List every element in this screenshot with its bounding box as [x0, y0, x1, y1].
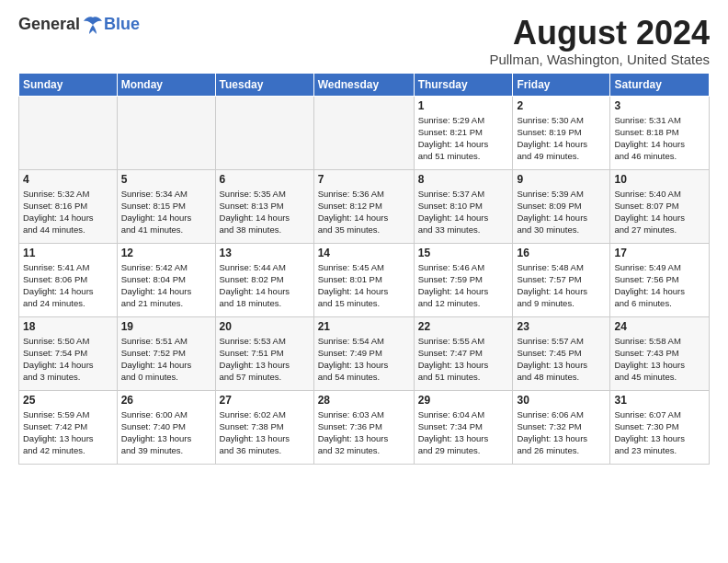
day-number: 14 — [318, 247, 410, 259]
day-cell-14: 14Sunrise: 5:45 AM Sunset: 8:01 PM Dayli… — [313, 243, 414, 316]
day-cell-1: 1Sunrise: 5:29 AM Sunset: 8:21 PM Daylig… — [414, 96, 513, 169]
day-number: 26 — [121, 394, 211, 407]
day-number: 8 — [418, 173, 509, 186]
day-cell-13: 13Sunrise: 5:44 AM Sunset: 8:02 PM Dayli… — [215, 243, 313, 316]
calendar-container: General Blue August 2024 Pullman, Washin… — [0, 0, 728, 474]
day-number: 11 — [23, 247, 113, 259]
day-number: 28 — [318, 394, 410, 407]
day-info: Sunrise: 5:49 AM Sunset: 7:56 PM Dayligh… — [614, 261, 705, 310]
day-header-wednesday: Wednesday — [313, 73, 414, 96]
day-info: Sunrise: 5:53 AM Sunset: 7:51 PM Dayligh… — [220, 335, 310, 384]
day-cell-18: 18Sunrise: 5:50 AM Sunset: 7:54 PM Dayli… — [19, 316, 118, 390]
day-info: Sunrise: 5:46 AM Sunset: 7:59 PM Dayligh… — [418, 261, 509, 310]
empty-cell — [117, 96, 215, 169]
day-number: 1 — [418, 99, 509, 112]
day-info: Sunrise: 5:54 AM Sunset: 7:49 PM Dayligh… — [318, 335, 410, 384]
day-info: Sunrise: 5:58 AM Sunset: 7:43 PM Dayligh… — [614, 335, 705, 384]
day-info: Sunrise: 5:48 AM Sunset: 7:57 PM Dayligh… — [517, 261, 606, 310]
day-info: Sunrise: 5:55 AM Sunset: 7:47 PM Dayligh… — [418, 335, 509, 384]
day-info: Sunrise: 5:59 AM Sunset: 7:42 PM Dayligh… — [23, 408, 113, 457]
day-header-sunday: Sunday — [19, 73, 118, 96]
logo-blue: Blue — [104, 15, 140, 34]
day-cell-24: 24Sunrise: 5:58 AM Sunset: 7:43 PM Dayli… — [610, 316, 710, 390]
day-number: 12 — [121, 247, 211, 259]
day-header-saturday: Saturday — [610, 73, 710, 96]
logo-general: General — [18, 15, 80, 34]
day-header-tuesday: Tuesday — [215, 73, 313, 96]
day-info: Sunrise: 5:29 AM Sunset: 8:21 PM Dayligh… — [418, 114, 509, 163]
day-number: 22 — [418, 320, 509, 333]
day-cell-20: 20Sunrise: 5:53 AM Sunset: 7:51 PM Dayli… — [215, 316, 313, 390]
day-header-thursday: Thursday — [414, 73, 513, 96]
day-info: Sunrise: 5:44 AM Sunset: 8:02 PM Dayligh… — [220, 261, 310, 310]
day-info: Sunrise: 5:34 AM Sunset: 8:15 PM Dayligh… — [121, 188, 211, 236]
day-header-monday: Monday — [117, 73, 215, 96]
day-info: Sunrise: 6:03 AM Sunset: 7:36 PM Dayligh… — [318, 408, 410, 457]
day-info: Sunrise: 5:30 AM Sunset: 8:19 PM Dayligh… — [517, 114, 606, 163]
day-number: 30 — [517, 394, 606, 407]
day-cell-25: 25Sunrise: 5:59 AM Sunset: 7:42 PM Dayli… — [19, 390, 118, 464]
day-number: 16 — [517, 247, 606, 259]
day-number: 27 — [220, 394, 310, 407]
logo: General Blue — [18, 15, 140, 34]
day-cell-6: 6Sunrise: 5:35 AM Sunset: 8:13 PM Daylig… — [215, 169, 313, 243]
day-info: Sunrise: 6:04 AM Sunset: 7:34 PM Dayligh… — [418, 408, 509, 457]
day-cell-5: 5Sunrise: 5:34 AM Sunset: 8:15 PM Daylig… — [117, 169, 215, 243]
day-cell-11: 11Sunrise: 5:41 AM Sunset: 8:06 PM Dayli… — [19, 243, 118, 316]
day-cell-8: 8Sunrise: 5:37 AM Sunset: 8:10 PM Daylig… — [414, 169, 513, 243]
day-info: Sunrise: 5:42 AM Sunset: 8:04 PM Dayligh… — [121, 261, 211, 310]
day-number: 21 — [318, 320, 410, 333]
day-number: 24 — [614, 320, 705, 333]
day-cell-23: 23Sunrise: 5:57 AM Sunset: 7:45 PM Dayli… — [513, 316, 610, 390]
day-info: Sunrise: 5:32 AM Sunset: 8:16 PM Dayligh… — [23, 188, 113, 236]
logo-bird-icon — [82, 16, 104, 34]
day-number: 2 — [517, 99, 606, 112]
day-cell-21: 21Sunrise: 5:54 AM Sunset: 7:49 PM Dayli… — [313, 316, 414, 390]
empty-cell — [19, 96, 118, 169]
day-info: Sunrise: 5:41 AM Sunset: 8:06 PM Dayligh… — [23, 261, 113, 310]
day-info: Sunrise: 5:57 AM Sunset: 7:45 PM Dayligh… — [517, 335, 606, 384]
title-area: August 2024 Pullman, Washington, United … — [489, 15, 710, 67]
day-info: Sunrise: 5:51 AM Sunset: 7:52 PM Dayligh… — [121, 335, 211, 384]
day-number: 13 — [220, 247, 310, 259]
day-number: 9 — [517, 173, 606, 186]
week-row-2: 4Sunrise: 5:32 AM Sunset: 8:16 PM Daylig… — [19, 169, 710, 243]
day-number: 19 — [121, 320, 211, 333]
day-cell-28: 28Sunrise: 6:03 AM Sunset: 7:36 PM Dayli… — [313, 390, 414, 464]
day-number: 31 — [614, 394, 705, 407]
day-info: Sunrise: 5:40 AM Sunset: 8:07 PM Dayligh… — [614, 188, 705, 236]
day-cell-19: 19Sunrise: 5:51 AM Sunset: 7:52 PM Dayli… — [117, 316, 215, 390]
week-row-3: 11Sunrise: 5:41 AM Sunset: 8:06 PM Dayli… — [19, 243, 710, 316]
day-number: 15 — [418, 247, 509, 259]
day-number: 7 — [318, 173, 410, 186]
day-info: Sunrise: 5:45 AM Sunset: 8:01 PM Dayligh… — [318, 261, 410, 310]
day-cell-3: 3Sunrise: 5:31 AM Sunset: 8:18 PM Daylig… — [610, 96, 710, 169]
day-cell-12: 12Sunrise: 5:42 AM Sunset: 8:04 PM Dayli… — [117, 243, 215, 316]
week-row-4: 18Sunrise: 5:50 AM Sunset: 7:54 PM Dayli… — [19, 316, 710, 390]
header: General Blue August 2024 Pullman, Washin… — [18, 15, 710, 67]
day-info: Sunrise: 5:31 AM Sunset: 8:18 PM Dayligh… — [614, 114, 705, 163]
empty-cell — [215, 96, 313, 169]
day-number: 20 — [220, 320, 310, 333]
day-number: 4 — [23, 173, 113, 186]
day-info: Sunrise: 6:07 AM Sunset: 7:30 PM Dayligh… — [614, 408, 705, 457]
week-row-5: 25Sunrise: 5:59 AM Sunset: 7:42 PM Dayli… — [19, 390, 710, 464]
day-number: 10 — [614, 173, 705, 186]
day-info: Sunrise: 5:39 AM Sunset: 8:09 PM Dayligh… — [517, 188, 606, 236]
day-cell-29: 29Sunrise: 6:04 AM Sunset: 7:34 PM Dayli… — [414, 390, 513, 464]
day-info: Sunrise: 5:50 AM Sunset: 7:54 PM Dayligh… — [23, 335, 113, 384]
empty-cell — [313, 96, 414, 169]
day-cell-27: 27Sunrise: 6:02 AM Sunset: 7:38 PM Dayli… — [215, 390, 313, 464]
day-number: 23 — [517, 320, 606, 333]
day-info: Sunrise: 5:37 AM Sunset: 8:10 PM Dayligh… — [418, 188, 509, 236]
location-subtitle: Pullman, Washington, United States — [489, 52, 710, 67]
day-info: Sunrise: 5:36 AM Sunset: 8:12 PM Dayligh… — [318, 188, 410, 236]
calendar-table: SundayMondayTuesdayWednesdayThursdayFrid… — [18, 73, 710, 465]
day-cell-16: 16Sunrise: 5:48 AM Sunset: 7:57 PM Dayli… — [513, 243, 610, 316]
day-number: 5 — [121, 173, 211, 186]
day-cell-4: 4Sunrise: 5:32 AM Sunset: 8:16 PM Daylig… — [19, 169, 118, 243]
day-cell-15: 15Sunrise: 5:46 AM Sunset: 7:59 PM Dayli… — [414, 243, 513, 316]
day-info: Sunrise: 5:35 AM Sunset: 8:13 PM Dayligh… — [220, 188, 310, 236]
day-cell-22: 22Sunrise: 5:55 AM Sunset: 7:47 PM Dayli… — [414, 316, 513, 390]
day-number: 6 — [220, 173, 310, 186]
